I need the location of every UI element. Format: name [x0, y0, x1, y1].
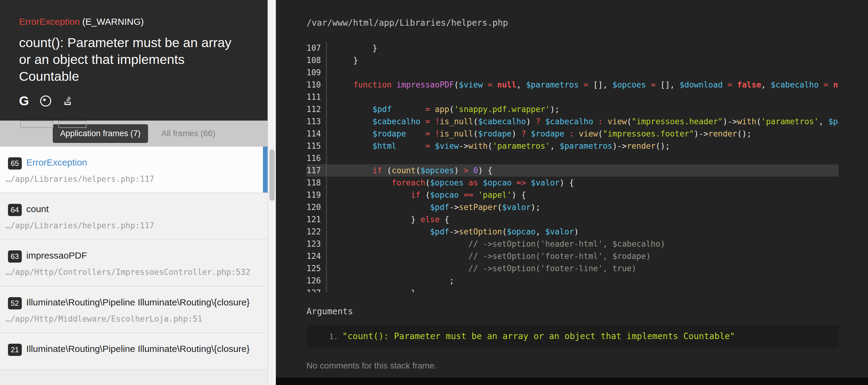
frames-list: 65ErrorException…/app/Libraries/helpers.…	[0, 147, 268, 385]
line-number: 108	[307, 54, 327, 66]
frame-header: 64count	[5, 203, 255, 216]
frame-name: Illuminate\Routing\Pipeline Illuminate\R…	[26, 296, 250, 309]
frame-index-badge: 64	[8, 204, 22, 216]
frame-item[interactable]: 65ErrorException…/app/Libraries/helpers.…	[0, 147, 268, 193]
clipped-button-outline	[20, 120, 53, 128]
line-number: 115	[307, 140, 327, 152]
code-line: 107 }	[307, 42, 839, 54]
exception-class: ErrorException	[19, 16, 80, 27]
argument-value: "count(): Parameter must be an array or …	[342, 331, 735, 341]
code-line: 124 // ->setOption('footer-html', $rodap…	[307, 250, 839, 262]
code-viewer: 107 }108 }109110 function impressaoPDF($…	[307, 42, 839, 292]
clipped-button-outline	[58, 120, 87, 128]
line-number: 121	[307, 213, 327, 225]
line-number: 118	[307, 177, 327, 189]
code-line: 127 }	[307, 287, 839, 292]
frame-name: Illuminate\Routing\Pipeline Illuminate\R…	[26, 343, 250, 355]
line-number: 110	[307, 79, 327, 91]
code-line: 114 $rodape = !is_null($rodape) ? $rodap…	[307, 128, 839, 140]
line-number: 109	[307, 66, 327, 79]
code-line: 126 ;	[307, 275, 839, 287]
arguments-box: 1."count(): Parameter must be an array o…	[307, 325, 839, 347]
no-comments-text: No comments for this stack frame.	[307, 361, 839, 371]
frame-item[interactable]: 21Illuminate\Routing\Pipeline Illuminate…	[0, 333, 268, 370]
frame-path: …/app/Libraries/helpers.php:117	[5, 221, 255, 231]
frame-item[interactable]: 63impressaoPDF…/app/Http/Controllers/Imp…	[0, 240, 268, 286]
line-number: 124	[307, 250, 327, 262]
code-line: 108 }	[307, 54, 839, 66]
google-search-icon[interactable]: G	[19, 95, 29, 107]
line-number: 123	[307, 238, 327, 250]
line-content: function impressaoPDF($view = null, $par…	[327, 79, 839, 91]
code-line: 116	[307, 152, 839, 164]
arguments-title: Arguments	[307, 306, 839, 316]
code-line: 122 $pdf->setOption($opcao, $valor)	[307, 225, 839, 238]
frame-name: impressaoPDF	[26, 249, 87, 262]
code-line: 109	[307, 66, 839, 79]
code-line: 110 function impressaoPDF($view = null, …	[307, 79, 839, 91]
duckduckgo-search-icon[interactable]	[40, 96, 51, 106]
code-line: 123 // ->setOption('header-html', $cabec…	[307, 238, 839, 250]
left-scrollbar-thumb[interactable]	[270, 149, 275, 201]
line-content: } else {	[327, 213, 449, 225]
code-line: 121 } else {	[307, 213, 839, 225]
frame-header: 52Illuminate\Routing\Pipeline Illuminate…	[5, 296, 255, 309]
code-line: 115 $html = $view->with('parametros', $p…	[307, 140, 839, 152]
code-panel: /var/www/html/app/Libraries/helpers.php …	[276, 0, 868, 385]
code-line: 125 // ->setOption('footer-line', true)	[307, 262, 839, 275]
frame-index-badge: 52	[8, 297, 22, 309]
frame-path: …/app/Http/Controllers/ImpressoesControl…	[5, 268, 255, 277]
line-content: $pdf = app('snappy.pdf.wrapper');	[327, 103, 560, 115]
line-number: 107	[307, 42, 327, 54]
code-line: 119 if ($opcao == 'papel') {	[307, 189, 839, 201]
argument-index: 1.	[329, 332, 338, 341]
stackoverflow-search-icon[interactable]	[62, 95, 73, 107]
exception-header: ErrorException(E_WARNING) count(): Param…	[0, 0, 268, 120]
line-number: 116	[307, 152, 327, 164]
frame-path: …/app/Http/Middleware/EscolherLoja.php:5…	[5, 314, 255, 324]
frame-header: 21Illuminate\Routing\Pipeline Illuminate…	[5, 343, 255, 356]
bottom-section-edge	[276, 378, 868, 385]
tab-all-frames[interactable]: All frames (66)	[161, 129, 215, 138]
frame-item[interactable]: 52Illuminate\Routing\Pipeline Illuminate…	[0, 286, 268, 333]
left-scrollbar[interactable]	[268, 0, 276, 385]
frame-header: 63impressaoPDF	[5, 249, 255, 262]
frame-header: 65ErrorException	[5, 156, 255, 170]
line-content: $html = $view->with('parametros', $param…	[327, 140, 670, 152]
line-content: }	[327, 54, 358, 66]
code-line: 120 $pdf->setPaper($valor);	[307, 201, 839, 213]
left-panel: ErrorException(E_WARNING) count(): Param…	[0, 0, 268, 385]
file-path: /var/www/html/app/Libraries/helpers.php	[307, 18, 839, 28]
line-content	[327, 152, 334, 164]
argument-item: 1."count(): Parameter must be an array o…	[316, 331, 829, 341]
search-links: G	[19, 95, 249, 107]
frames-tabbar: Application frames (7) All frames (66)	[0, 120, 268, 147]
line-number: 120	[307, 201, 327, 213]
line-number: 114	[307, 128, 327, 140]
line-number: 117	[307, 164, 327, 177]
frame-index-badge: 63	[8, 250, 22, 262]
line-content: $rodape = !is_null($rodape) ? $rodape : …	[327, 128, 751, 140]
line-content: }	[327, 42, 377, 54]
line-content	[327, 66, 334, 79]
code-line: 118 foreach($opcoes as $opcao => $valor)…	[307, 177, 839, 189]
line-content: $cabecalho = !is_null($cabecalho) ? $cab…	[327, 115, 839, 128]
exception-class-row: ErrorException(E_WARNING)	[19, 16, 249, 27]
line-number: 125	[307, 262, 327, 275]
line-content: ;	[327, 275, 454, 287]
frame-index-badge: 21	[8, 344, 22, 356]
line-content: $pdf->setPaper($valor);	[327, 201, 540, 213]
code-line: 117 if (count($opcoes) > 0) {	[307, 164, 839, 177]
line-number: 113	[307, 115, 327, 128]
frame-index-badge: 65	[8, 157, 22, 170]
whoops-error-page: ErrorException(E_WARNING) count(): Param…	[0, 0, 868, 385]
line-content: // ->setOption('header-html', $cabecalho…	[327, 238, 665, 250]
line-number: 126	[307, 275, 327, 287]
line-content: foreach($opcoes as $opcao => $valor) {	[327, 177, 574, 189]
duckduckgo-eye-dot	[43, 99, 46, 101]
frame-name: count	[26, 203, 49, 215]
line-content: // ->setOption('footer-line', true)	[327, 262, 636, 275]
frame-item[interactable]: 64count…/app/Libraries/helpers.php:117	[0, 193, 268, 240]
line-content: }	[327, 287, 415, 292]
frame-path: …/app/Libraries/helpers.php:117	[5, 174, 255, 184]
